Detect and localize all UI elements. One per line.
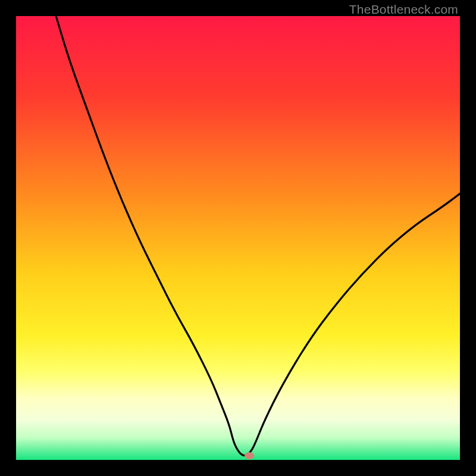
optimum-marker bbox=[245, 452, 254, 459]
watermark-text: TheBottleneck.com bbox=[349, 2, 458, 17]
chart-frame: TheBottleneck.com bbox=[0, 0, 476, 476]
curve-svg bbox=[16, 16, 460, 460]
bottleneck-curve bbox=[56, 16, 460, 456]
plot-area bbox=[16, 16, 460, 460]
